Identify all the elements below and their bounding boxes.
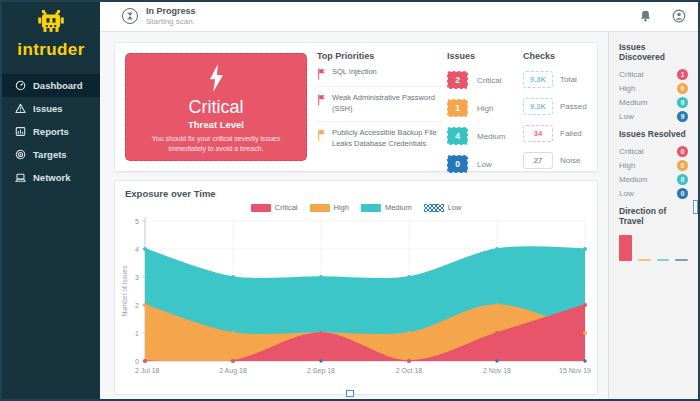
summary-card: Critical Threat Level You should fix you… (114, 42, 598, 172)
issue-count-badge: 1 (447, 99, 468, 117)
check-value-box: 34 (523, 125, 553, 142)
sidebar-item-reports[interactable]: Reports (2, 120, 100, 143)
checks-summary: Checks 9.3K Total 9.2K Passed 34 Failed … (523, 51, 597, 169)
issues-discovered-heading: Issues Discovered (619, 42, 688, 62)
flag-icon (317, 94, 326, 106)
intruder-dashboard-screen: intruder Dashboard Issues (0, 0, 700, 401)
count-badge: 1 (677, 69, 688, 80)
legend-item-medium[interactable]: Medium (361, 203, 412, 212)
count-badge: 0 (677, 160, 688, 171)
sidebar-item-dashboard[interactable]: Dashboard (2, 74, 100, 97)
svg-text:2 Sep 18: 2 Sep 18 (307, 367, 335, 375)
direction-bar-critical (619, 235, 632, 261)
status-subtitle: Starting scan. (146, 17, 196, 26)
scan-status: In Progress Starting scan. (122, 6, 196, 26)
direction-bar-medium (657, 259, 670, 261)
exposure-chart-card: Exposure over Time CriticalHighMediumLow… (114, 180, 598, 395)
issue-count-badge: 2 (447, 71, 468, 89)
svg-text:2 Nov 18: 2 Nov 18 (483, 367, 511, 374)
priority-item[interactable]: Weak Administrative Password (SSH) (317, 87, 443, 122)
count-badge: 9 (677, 111, 688, 122)
app-title: intruder (2, 40, 100, 60)
resolved-row-critical: Critical 0 (619, 144, 688, 158)
issues-row-high: 1 High (447, 99, 519, 117)
sidebar: intruder Dashboard Issues (2, 2, 100, 399)
app-logo[interactable]: intruder (2, 2, 100, 60)
sidebar-item-targets[interactable]: Targets (2, 143, 100, 166)
svg-text:2 Aug 18: 2 Aug 18 (219, 367, 247, 375)
svg-text:4: 4 (135, 246, 139, 253)
sidebar-menu: Dashboard Issues Reports (2, 74, 100, 189)
bell-icon[interactable] (639, 9, 652, 27)
laptop-icon (15, 172, 26, 183)
direction-of-travel-chart (619, 231, 688, 261)
legend-item-low[interactable]: Low (424, 203, 462, 212)
main-content: Critical Threat Level You should fix you… (100, 32, 608, 399)
bug-logo-icon (36, 10, 66, 34)
legend-label: Low (448, 203, 462, 212)
gauge-icon (15, 80, 26, 91)
resolved-row-high: High 0 (619, 158, 688, 172)
sidebar-item-label: Targets (33, 149, 67, 160)
issues-row-critical: 2 Critical (447, 71, 519, 89)
legend-swatch (310, 204, 330, 212)
svg-text:2 Jul 18: 2 Jul 18 (135, 367, 160, 374)
legend-swatch (424, 204, 444, 212)
checks-row-passed: 9.2K Passed (523, 98, 597, 115)
sidebar-item-network[interactable]: Network (2, 166, 100, 189)
sidebar-item-label: Dashboard (33, 80, 83, 91)
resolved-row-low: Low 0 (619, 186, 688, 200)
count-badge: 0 (677, 83, 688, 94)
discovered-row-high: High 0 (619, 81, 688, 95)
right-panel: Issues Discovered Critical 1 High 0 Medi… (608, 32, 698, 399)
sidebar-item-label: Reports (33, 126, 69, 137)
issues-heading: Issues (447, 51, 519, 61)
flag-icon (317, 129, 326, 141)
legend-label: Medium (385, 203, 412, 212)
sidebar-item-label: Issues (33, 103, 63, 114)
discovered-row-medium: Medium 0 (619, 95, 688, 109)
svg-text:5: 5 (135, 218, 139, 225)
check-value-box: 9.3K (523, 71, 553, 88)
threat-level-card: Critical Threat Level You should fix you… (125, 53, 307, 161)
hourglass-icon (122, 8, 138, 24)
checks-heading: Checks (523, 51, 597, 61)
priority-item[interactable]: Publicly Accessible Backup File Leaks Da… (317, 122, 443, 156)
direction-bar-high (638, 259, 651, 261)
top-priorities: Top Priorities SQL Injection Weak Admini… (317, 51, 443, 156)
threat-description: You should fix your critical severity is… (126, 130, 306, 155)
resolved-row-medium: Medium 0 (619, 172, 688, 186)
legend-label: Critical (275, 203, 298, 212)
legend-item-critical[interactable]: Critical (251, 203, 298, 212)
flag-icon (317, 68, 326, 80)
priority-item[interactable]: SQL Injection (317, 61, 443, 87)
legend-swatch (251, 204, 271, 212)
issues-summary: Issues 2 Critical 1 High 4 Medium 0 Low (447, 51, 519, 173)
svg-text:2 Oct 18: 2 Oct 18 (396, 367, 423, 374)
discovered-row-low: Low 9 (619, 109, 688, 123)
checks-row-total: 9.3K Total (523, 71, 597, 88)
sidebar-item-issues[interactable]: Issues (2, 97, 100, 120)
user-icon[interactable] (672, 9, 686, 27)
issues-row-low: 0 Low (447, 155, 519, 173)
check-value-box: 9.2K (523, 98, 553, 115)
direction-bar-low (675, 259, 688, 261)
svg-text:2: 2 (135, 302, 139, 309)
count-badge: 0 (677, 174, 688, 185)
svg-text:1: 1 (135, 330, 139, 337)
legend-swatch (361, 204, 381, 212)
chart-legend: CriticalHighMediumLow (115, 203, 597, 212)
issue-count-badge: 4 (447, 127, 468, 145)
direction-of-travel-heading: Direction of Travel (619, 206, 688, 226)
warning-triangle-icon (15, 103, 26, 114)
discovered-row-critical: Critical 1 (619, 67, 688, 81)
legend-item-high[interactable]: High (310, 203, 349, 212)
svg-text:3: 3 (135, 274, 139, 281)
count-badge: 0 (677, 97, 688, 108)
threat-level-label: Threat Level (126, 119, 306, 130)
issues-row-medium: 4 Medium (447, 127, 519, 145)
svg-text:15 Nov 19: 15 Nov 19 (559, 367, 591, 374)
resize-handle[interactable] (346, 390, 354, 397)
scrollbar-thumb[interactable] (693, 200, 698, 214)
legend-label: High (334, 203, 349, 212)
